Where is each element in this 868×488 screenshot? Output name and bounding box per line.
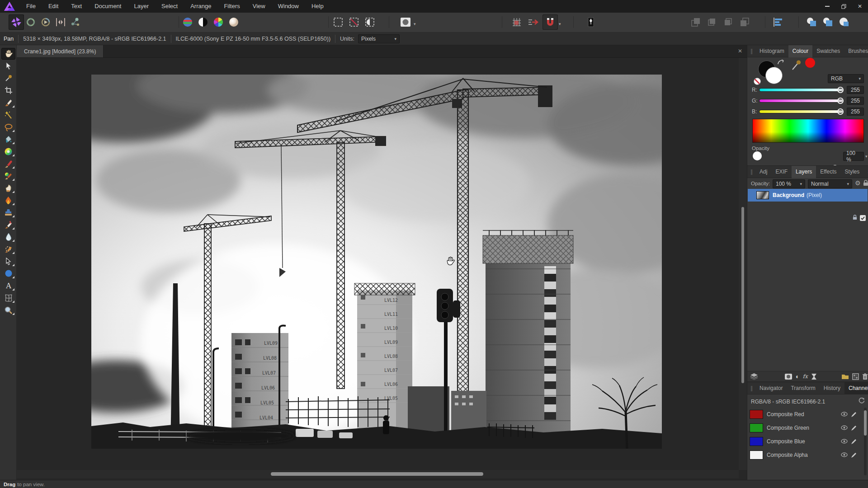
snapping-presets-button[interactable] bbox=[526, 14, 541, 30]
assistant-button[interactable] bbox=[583, 14, 599, 30]
editable-pencil-icon[interactable] bbox=[851, 412, 857, 418]
tone-mapping-persona-button[interactable] bbox=[53, 14, 68, 30]
menu-file[interactable]: File bbox=[20, 0, 42, 13]
gradient-tool[interactable] bbox=[1, 145, 15, 157]
opacity-value[interactable]: 100 % bbox=[843, 152, 864, 161]
menu-text[interactable]: Text bbox=[65, 0, 88, 13]
snapping-magnet-button[interactable] bbox=[542, 14, 558, 30]
tab-navigator[interactable]: Navigator bbox=[755, 382, 787, 394]
insert-inside-button[interactable] bbox=[837, 14, 852, 30]
mask-options-dropdown[interactable]: ▾ bbox=[414, 22, 416, 26]
lock-layer-icon[interactable] bbox=[863, 180, 868, 186]
tab-layers[interactable]: Layers bbox=[792, 166, 816, 178]
new-mask-button[interactable] bbox=[398, 14, 413, 30]
move-to-front-button[interactable] bbox=[688, 14, 703, 30]
menu-help[interactable]: Help bbox=[305, 0, 330, 13]
colour-replacement-brush-tool[interactable] bbox=[1, 170, 15, 182]
menu-edit[interactable]: Edit bbox=[42, 0, 65, 13]
canvas-photo[interactable]: LVL09 LVL08 LVL07 LVL06 LVL05 LVL04 LVL1… bbox=[91, 75, 662, 449]
tab-stock[interactable]: Stock bbox=[863, 166, 868, 178]
panel-drag-handle[interactable]: ║ bbox=[747, 169, 755, 174]
canvas-viewport[interactable]: LVL09 LVL08 LVL07 LVL06 LVL05 LVL04 LVL1… bbox=[17, 58, 739, 470]
new-layer-icon[interactable] bbox=[852, 373, 859, 380]
move-tool[interactable] bbox=[1, 60, 15, 72]
zoom-tool[interactable] bbox=[1, 304, 15, 316]
snapping-options-dropdown[interactable]: ▾ bbox=[559, 22, 561, 26]
mesh-warp-tool[interactable] bbox=[1, 292, 15, 304]
swap-colours-icon[interactable] bbox=[777, 59, 785, 66]
green-value[interactable]: 255 bbox=[847, 97, 864, 105]
layer-effects-icon[interactable]: fx bbox=[802, 373, 807, 380]
burn-brush-tool[interactable] bbox=[1, 194, 15, 206]
opacity-dropdown[interactable]: ▾ bbox=[865, 154, 868, 159]
blue-slider[interactable] bbox=[759, 110, 843, 113]
blur-tool[interactable] bbox=[1, 231, 15, 243]
panel-drag-handle[interactable]: ║ bbox=[747, 49, 755, 54]
editable-pencil-icon[interactable] bbox=[851, 452, 857, 458]
visibility-eye-icon[interactable] bbox=[841, 452, 848, 457]
channel-row-composite-alpha[interactable]: Composite Alpha bbox=[747, 448, 868, 462]
menu-select[interactable]: Select bbox=[155, 0, 184, 13]
layer-visibility-checkbox[interactable] bbox=[860, 215, 866, 221]
colour-spectrum[interactable] bbox=[752, 119, 864, 143]
view-tool[interactable] bbox=[1, 48, 15, 60]
channel-row-composite-blue[interactable]: Composite Blue bbox=[747, 435, 868, 448]
blue-value[interactable]: 255 bbox=[847, 108, 864, 116]
export-persona-button[interactable] bbox=[68, 14, 83, 30]
menu-filters[interactable]: Filters bbox=[217, 0, 246, 13]
red-slider[interactable] bbox=[759, 88, 843, 92]
visibility-eye-icon[interactable] bbox=[841, 439, 848, 444]
layers-stack-icon[interactable] bbox=[750, 373, 758, 380]
picked-colour-swatch[interactable] bbox=[805, 58, 815, 68]
menu-view[interactable]: View bbox=[246, 0, 272, 13]
tab-histogram[interactable]: Histogram bbox=[755, 45, 788, 57]
erase-brush-tool[interactable] bbox=[1, 182, 15, 194]
editable-pencil-icon[interactable] bbox=[851, 439, 857, 445]
minimize-button[interactable] bbox=[819, 0, 835, 13]
blue-slider-knob[interactable] bbox=[837, 108, 844, 115]
text-tool[interactable]: A bbox=[1, 280, 15, 291]
no-colour-swatch[interactable] bbox=[754, 78, 761, 85]
new-mask-icon[interactable] bbox=[784, 373, 793, 380]
green-slider-knob[interactable] bbox=[837, 98, 844, 104]
invert-selection-button[interactable] bbox=[362, 14, 377, 30]
new-adjustment-icon[interactable]: ◐ bbox=[796, 373, 799, 380]
channel-row-composite-red[interactable]: Composite Red bbox=[747, 408, 868, 421]
channels-scrollbar[interactable] bbox=[864, 408, 867, 475]
layer-lock-icon[interactable] bbox=[853, 215, 857, 220]
clone-brush-tool[interactable] bbox=[1, 206, 15, 218]
menu-document[interactable]: Document bbox=[88, 0, 127, 13]
horizontal-scrollbar-thumb[interactable] bbox=[271, 472, 483, 476]
develop-persona-button[interactable] bbox=[38, 14, 53, 30]
vertical-scrollbar-thumb[interactable] bbox=[741, 207, 744, 383]
shape-tool[interactable] bbox=[1, 267, 15, 279]
auto-levels-button[interactable] bbox=[180, 14, 195, 30]
auto-contrast-button[interactable] bbox=[195, 14, 211, 30]
tab-adj[interactable]: Adj bbox=[755, 166, 771, 178]
colour-picker-tool[interactable] bbox=[1, 72, 15, 84]
flood-fill-tool[interactable] bbox=[1, 133, 15, 145]
auto-colours-button[interactable] bbox=[211, 14, 226, 30]
move-backward-button[interactable] bbox=[721, 14, 736, 30]
healing-brush-tool[interactable] bbox=[1, 219, 15, 230]
select-all-button[interactable] bbox=[330, 14, 346, 30]
red-slider-knob[interactable] bbox=[837, 87, 844, 93]
paint-brush-tool[interactable] bbox=[1, 158, 15, 169]
selection-brush-tool[interactable] bbox=[1, 97, 15, 108]
flood-select-tool[interactable] bbox=[1, 109, 15, 121]
tab-brushes[interactable]: Brushes bbox=[844, 45, 868, 57]
colour-picker-icon[interactable] bbox=[791, 59, 802, 71]
editable-pencil-icon[interactable] bbox=[851, 425, 857, 431]
new-group-folder-icon[interactable] bbox=[841, 373, 849, 380]
restore-button[interactable] bbox=[835, 0, 852, 13]
menu-layer[interactable]: Layer bbox=[127, 0, 155, 13]
blend-options-gear-icon[interactable]: ⚙ bbox=[855, 179, 861, 187]
alignment-button[interactable] bbox=[770, 14, 786, 30]
photo-persona-button[interactable] bbox=[9, 14, 24, 30]
tab-history[interactable]: History bbox=[820, 382, 844, 394]
tab-effects[interactable]: Effects bbox=[816, 166, 840, 178]
green-slider[interactable] bbox=[759, 99, 843, 103]
deselect-button[interactable] bbox=[346, 14, 362, 30]
insert-on-top-button[interactable] bbox=[821, 14, 836, 30]
tab-transform[interactable]: Transform bbox=[787, 382, 819, 394]
